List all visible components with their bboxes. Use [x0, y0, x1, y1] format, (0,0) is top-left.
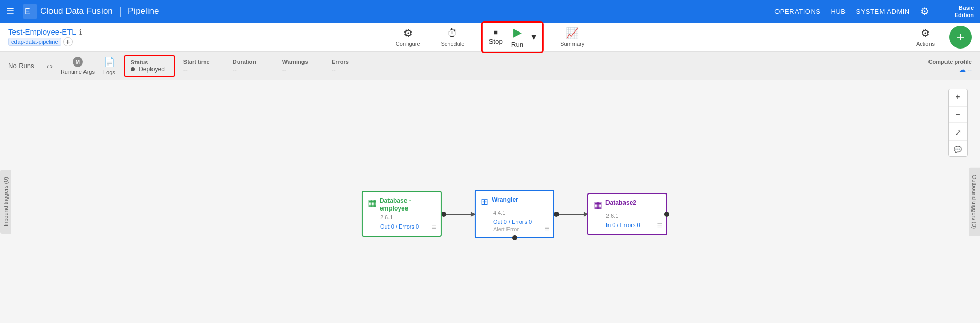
pipeline-name-area: Test-Employee-ETL ℹ cdap-data-pipeline + [8, 27, 82, 46]
run-play-icon: ▶ [513, 26, 522, 39]
duration-label: Duration [233, 59, 274, 65]
errors-item: Errors -- [332, 59, 373, 73]
deployed-dot [131, 67, 135, 71]
stop-label: Stop [488, 38, 502, 45]
nav-hub[interactable]: HUB [831, 8, 846, 15]
zoom-controls: + − ⤢ 💬 [948, 89, 968, 157]
pipeline-namespace: cdap-data-pipeline + [8, 37, 82, 46]
summary-label: Summary [560, 41, 584, 47]
runtime-args-button[interactable]: M Runtime Args [61, 57, 95, 75]
nav-fwd-button[interactable]: › [50, 62, 53, 70]
compute-profile-label: Compute profile [928, 59, 972, 65]
actions-button[interactable]: ⚙ Actions [912, 25, 939, 49]
node-header-wrangler: ⊞ Wrangler [481, 196, 548, 207]
toolbar-right: ⚙ Actions + [912, 25, 972, 49]
runtime-args-icon: M [73, 57, 83, 67]
connector-2-3 [554, 212, 587, 217]
brand-divider: | [119, 6, 122, 18]
compute-profile-value: ☁ -- [959, 66, 972, 73]
configure-icon: ⚙ [403, 27, 413, 39]
brand-pipeline: Pipeline [128, 6, 159, 17]
schedule-label: Schedule [441, 41, 465, 47]
status-label: Status [131, 59, 168, 66]
logs-label: Logs [103, 69, 115, 75]
database-employee-icon: ▦ [368, 197, 377, 208]
node-title-db2: Database2 [605, 199, 636, 206]
zoom-comment-button[interactable]: 💬 [949, 142, 967, 156]
node-menu-db2[interactable]: ≡ [657, 221, 662, 230]
start-time-value: -- [183, 66, 225, 73]
node-header-db2: ▦ Database2 [594, 199, 661, 211]
node-stats-db2: In 0 / Errors 0 [606, 222, 661, 228]
node-menu-wrangler[interactable]: ≡ [545, 224, 549, 233]
actions-label: Actions [916, 41, 935, 47]
info-icon[interactable]: ℹ [79, 28, 82, 36]
hamburger-icon[interactable]: ☰ [6, 6, 14, 17]
stop-button[interactable]: ■ Stop [484, 26, 506, 47]
node-database2[interactable]: ▦ Database2 2.6.1 In 0 / Errors 0 ≡ [587, 193, 667, 235]
summary-icon: 📈 [566, 27, 579, 39]
nav-left: ☰ E Cloud Data Fusion | Pipeline [6, 4, 774, 19]
summary-button[interactable]: 📈 Summary [556, 25, 588, 49]
wrangler-bottom-dot [512, 235, 517, 240]
duration-value: -- [233, 66, 274, 73]
add-pipeline-button[interactable]: + [949, 26, 972, 49]
duration-item: Duration -- [233, 59, 274, 73]
pipeline-name: Test-Employee-ETL ℹ [8, 27, 82, 36]
nav-divider [942, 5, 942, 18]
zoom-fit-button[interactable]: ⤢ [949, 124, 967, 141]
nav-back-button[interactable]: ‹ [47, 62, 49, 70]
outbound-trigger[interactable]: Outbound triggers (0) [969, 168, 980, 236]
run-dropdown-button[interactable]: ▼ [528, 33, 540, 42]
run-stop-group: ■ Stop ▶ Run ▼ [481, 21, 544, 53]
nav-right: OPERATIONS HUB SYSTEM ADMIN ⚙ Basic Edit… [774, 4, 974, 19]
logs-button[interactable]: 📄 Logs [103, 56, 115, 75]
cloud-data-fusion-logo-icon: E [23, 4, 37, 19]
sub-toolbar: Test-Employee-ETL ℹ cdap-data-pipeline +… [0, 23, 980, 52]
warnings-label: Warnings [282, 59, 324, 65]
wrangler-icon: ⊞ [481, 196, 488, 207]
svg-text:E: E [25, 7, 30, 16]
add-namespace-button[interactable]: + [63, 37, 73, 46]
inbound-trigger[interactable]: Inbound triggers (0) [0, 170, 11, 234]
runtime-args-label: Runtime Args [61, 69, 95, 75]
errors-label: Errors [332, 59, 373, 65]
schedule-icon: ⏱ [447, 27, 458, 39]
actions-icon: ⚙ [921, 27, 930, 39]
toolbar-actions: ⚙ Configure ⏱ Schedule ■ Stop ▶ Run ▼ 📈 … [392, 21, 588, 53]
node-menu-db-employee[interactable]: ≡ [432, 222, 436, 232]
database2-icon: ▦ [594, 199, 602, 211]
node-stats-wrangler: Out 0 / Errors 0 [493, 219, 548, 225]
nav-operations[interactable]: OPERATIONS [774, 8, 820, 15]
brand-logo: E Cloud Data Fusion | Pipeline [23, 4, 159, 19]
nav-system-admin[interactable]: SYSTEM ADMIN [856, 8, 909, 15]
compute-profile-area: Compute profile ☁ -- [928, 59, 972, 73]
configure-label: Configure [396, 41, 420, 47]
edition-label: Basic Edition [955, 4, 974, 19]
warnings-item: Warnings -- [282, 59, 324, 73]
zoom-in-button[interactable]: + [949, 89, 967, 105]
connector-1-2 [442, 212, 475, 217]
status-bar: No Runs ‹ › M Runtime Args 📄 Logs Status… [0, 52, 980, 80]
pipeline-canvas[interactable]: Inbound triggers (0) Outbound triggers (… [0, 80, 980, 323]
node-stats-db-employee: Out 0 / Errors 0 [380, 223, 435, 230]
configure-button[interactable]: ⚙ Configure [392, 25, 425, 49]
node-version-db-employee: 2.6.1 [380, 214, 435, 220]
warnings-value: -- [282, 66, 324, 73]
run-button[interactable]: ▶ Run [507, 24, 528, 51]
start-time-label: Start time [183, 59, 225, 65]
node-title-wrangler: Wrangler [492, 196, 518, 203]
run-nav-arrows: ‹ › [47, 62, 53, 70]
zoom-out-button[interactable]: − [949, 106, 967, 123]
status-value: Deployed [131, 66, 168, 73]
node-header-db-employee: ▦ Database - employee [368, 197, 435, 212]
node-database-employee[interactable]: ▦ Database - employee 2.6.1 Out 0 / Erro… [362, 191, 442, 237]
run-label: Run [511, 41, 523, 49]
node-wrangler[interactable]: ⊞ Wrangler 4.4.1 Out 0 / Errors 0 Alert … [475, 190, 554, 238]
compute-cloud-icon: ☁ [959, 66, 966, 73]
schedule-button[interactable]: ⏱ Schedule [437, 25, 469, 49]
node-version-wrangler: 4.4.1 [493, 209, 548, 216]
nav-settings-icon[interactable]: ⚙ [920, 5, 930, 18]
errors-value: -- [332, 66, 373, 73]
logs-icon: 📄 [104, 56, 115, 68]
